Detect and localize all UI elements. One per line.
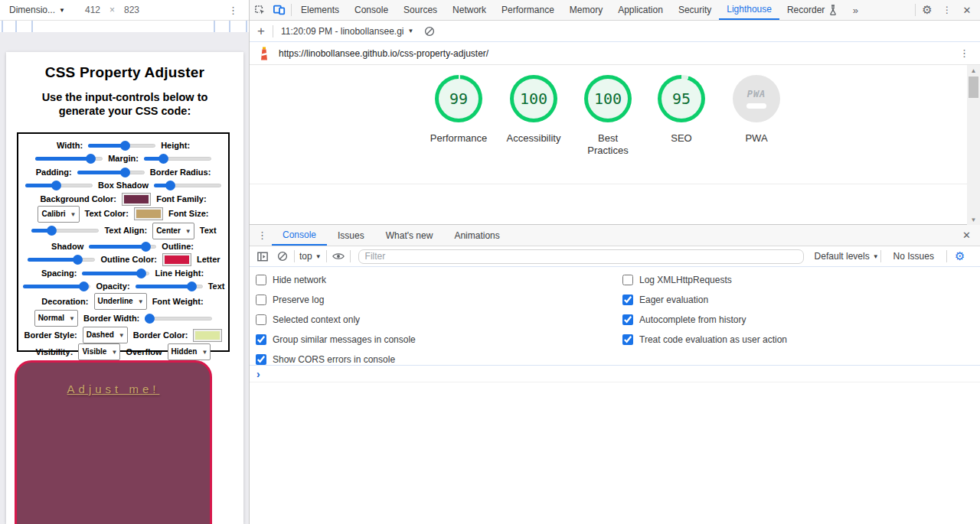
tab-memory[interactable]: Memory	[562, 0, 610, 20]
checkbox-show-cors-errors-in-console[interactable]: Show CORS errors in console	[256, 350, 416, 369]
checkbox-log-xmlhttprequests[interactable]: Log XMLHttpRequests	[622, 270, 787, 290]
toggle-device-toolbar-icon[interactable]	[270, 0, 289, 20]
score-seo[interactable]: 95SEO	[639, 75, 724, 145]
border-style-select[interactable]: Dashed▼	[83, 327, 128, 343]
device-height-field[interactable]: 823	[124, 5, 139, 15]
margin-slider[interactable]	[144, 154, 211, 164]
new-report-plus-icon[interactable]: +	[257, 24, 265, 39]
inspect-element-icon[interactable]	[250, 0, 270, 20]
control-label: Border Radius:	[149, 168, 212, 177]
tab-recorder[interactable]: Recorder	[779, 0, 845, 20]
control-label: Outline Color:	[100, 255, 158, 264]
clear-console-icon[interactable]	[273, 246, 292, 266]
scrollbar-thumb[interactable]	[969, 76, 978, 98]
tab-performance[interactable]: Performance	[494, 0, 562, 20]
score-performance[interactable]: 99Performance	[416, 75, 501, 145]
settings-gear-icon[interactable]: ⚙	[917, 0, 937, 20]
chevron-down-icon: ▼	[59, 7, 65, 14]
border-radius-slider[interactable]	[25, 181, 93, 190]
font-size-slider[interactable]	[31, 226, 99, 236]
show-console-sidebar-icon[interactable]	[253, 246, 273, 266]
control-label: Text Align:	[103, 226, 149, 235]
height-slider[interactable]	[35, 154, 103, 164]
score-accessibility[interactable]: 100Accessibility	[492, 75, 576, 145]
devtools-kebab-icon[interactable]: ⋮	[937, 0, 957, 20]
font-family-select[interactable]: Calibri▼	[38, 206, 79, 223]
close-drawer-icon[interactable]: ✕	[962, 229, 971, 241]
letter-spacing-slider[interactable]	[82, 269, 149, 278]
visibility-select[interactable]: Visible▼	[78, 343, 120, 360]
outline-slider[interactable]	[28, 255, 95, 265]
checkbox-eager-evaluation[interactable]: Eager evaluation	[622, 290, 787, 310]
tab-sources[interactable]: Sources	[396, 0, 445, 20]
console-settings-gear-icon[interactable]: ⚙	[955, 249, 965, 263]
close-devtools-icon[interactable]: ✕	[957, 0, 977, 20]
drawer-kebab-icon[interactable]: ⋮	[257, 229, 267, 241]
checkbox-treat-code-evaluation-as-user-action[interactable]: Treat code evaluation as user action	[622, 330, 787, 350]
devtools-pane: ElementsConsoleSourcesNetworkPerformance…	[249, 0, 980, 524]
media-query-ruler[interactable]	[0, 21, 249, 32]
font-weight-select[interactable]: Normal▼	[34, 310, 78, 327]
console-filter-input[interactable]	[358, 249, 804, 264]
text-align-select[interactable]: Center▼	[152, 223, 194, 239]
score-pwa[interactable]: PWAPWA	[714, 75, 799, 145]
report-scrollbar[interactable]: ▲ ▼	[967, 65, 980, 225]
dimensions-dropdown[interactable]: Dimensio...	[9, 5, 55, 15]
text-color-swatch[interactable]	[134, 207, 163, 220]
issues-counter[interactable]: No Issues	[893, 251, 934, 262]
checkbox-preserve-log[interactable]: Preserve log	[256, 290, 416, 310]
score-best-practices[interactable]: 100Best Practices	[566, 75, 650, 157]
opacity-slider[interactable]	[136, 282, 203, 291]
scroll-down-icon[interactable]: ▼	[967, 214, 980, 225]
report-selector[interactable]: 11:20:09 PM - linobollansee.gi	[281, 26, 404, 37]
tab-network[interactable]: Network	[445, 0, 494, 20]
lighthouse-report: 99Performance100Accessibility100Best Pra…	[250, 65, 980, 225]
divider	[291, 4, 292, 16]
report-url: https://linobollansee.github.io/css-prop…	[279, 48, 488, 59]
control-label: Background Color:	[38, 194, 118, 203]
live-expression-eye-icon[interactable]	[328, 246, 348, 266]
report-kebab-icon[interactable]: ⋮	[959, 47, 969, 59]
scroll-up-icon[interactable]: ▲	[967, 65, 980, 76]
text-shadow-slider[interactable]	[89, 242, 156, 252]
tab-console[interactable]: Console	[347, 0, 396, 20]
control-label: Opacity:	[95, 282, 132, 291]
tab-elements[interactable]: Elements	[293, 0, 347, 20]
control-label: Visibility:	[34, 347, 75, 356]
tab-application[interactable]: Application	[610, 0, 671, 20]
checkbox-group-similar-messages-in-console[interactable]: Group similar messages in console	[256, 330, 416, 350]
divider	[250, 184, 967, 184]
box-shadow-slider[interactable]	[154, 181, 221, 190]
width-slider[interactable]	[88, 141, 155, 151]
drawer-tab-console[interactable]: Console	[272, 226, 327, 246]
background-color-swatch[interactable]	[122, 193, 151, 206]
overflow-select[interactable]: Hidden▼	[168, 343, 211, 360]
drawer-tab-animations[interactable]: Animations	[443, 226, 510, 246]
clear-reports-icon[interactable]	[420, 21, 439, 41]
dimensions-multiply-icon: ×	[109, 5, 115, 15]
checkbox-hide-network[interactable]: Hide network	[256, 270, 416, 290]
divider	[273, 25, 273, 37]
divider	[946, 250, 947, 262]
log-levels-select[interactable]: Default levels▼	[815, 251, 879, 262]
drawer-tab-what-s-new[interactable]: What's new	[375, 226, 444, 246]
drawer-tab-issues[interactable]: Issues	[327, 226, 375, 246]
device-width-field[interactable]: 412	[85, 5, 100, 15]
padding-slider[interactable]	[77, 168, 145, 177]
border-width-slider[interactable]	[145, 314, 212, 324]
tab-lighthouse[interactable]: Lighthouse	[719, 0, 779, 20]
text-decoration-select[interactable]: Underline▼	[94, 293, 147, 310]
control-label: Overflow	[124, 347, 163, 356]
control-label: Outline:	[160, 242, 195, 251]
device-options-kebab-icon[interactable]: ⋮	[228, 5, 238, 16]
checkbox-autocomplete-from-history[interactable]: Autocomplete from history	[622, 310, 787, 330]
border-color-swatch[interactable]	[193, 329, 222, 342]
outline-color-swatch[interactable]	[162, 253, 191, 266]
checkbox-selected-context-only[interactable]: Selected context only	[256, 310, 416, 330]
line-height-slider[interactable]	[23, 282, 90, 291]
javascript-context-select[interactable]: top▼	[296, 251, 325, 262]
score-label: Best Practices	[580, 132, 635, 157]
devtools-main-tabbar: ElementsConsoleSourcesNetworkPerformance…	[250, 0, 980, 21]
tab-security[interactable]: Security	[671, 0, 719, 20]
more-tabs-icon[interactable]: »	[845, 0, 865, 20]
